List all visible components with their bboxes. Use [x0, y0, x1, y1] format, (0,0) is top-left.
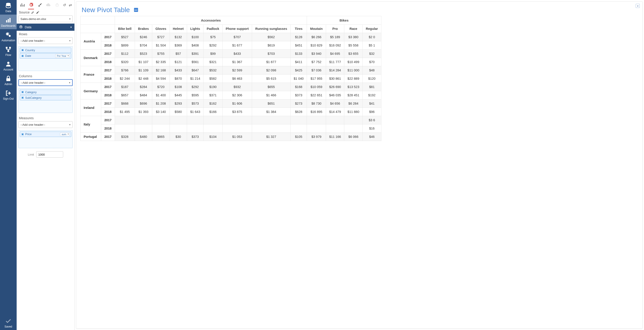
nav-signout[interactable]: Sign-Out [0, 88, 17, 102]
remove-date[interactable]: ✖ [21, 54, 24, 58]
data-cell: $121 [170, 58, 187, 66]
data-cell: $30 [170, 133, 187, 141]
edit-icon[interactable] [31, 10, 35, 14]
data-cell: $4 656 [326, 99, 344, 108]
columns-drop-area[interactable]: ✖ Category ✖ SubCategory [18, 88, 73, 113]
data-cell: $704 [135, 41, 152, 50]
data-cell: $292 [187, 83, 203, 91]
chip-price[interactable]: ✖ Price sum [20, 132, 71, 137]
nav-dashboards-label: Dashboards [1, 24, 16, 27]
col-header: Gloves [152, 25, 170, 33]
nav-dashboards[interactable]: Dashboards [0, 14, 17, 29]
data-cell: $2 098 [252, 66, 290, 75]
data-cell: $655 [252, 83, 290, 91]
data-cell: $128 [290, 33, 307, 41]
data-cell: $104 [204, 133, 222, 141]
data-cell: $30 861 [326, 75, 344, 83]
data-cell: $580 [170, 108, 187, 116]
row-year: 2018 [101, 58, 115, 66]
data-cell: $321 [204, 58, 222, 66]
data-cell: $16 092 [326, 41, 344, 50]
cloud-tab-button [44, 1, 53, 9]
chip-date[interactable]: ✖ Date Per Year [20, 53, 71, 59]
pivot-table-container[interactable]: AccessoriesBikesBike bellBrakesGlovesHel… [80, 16, 640, 326]
data-cell [290, 116, 307, 124]
data-cell: $480 [135, 133, 152, 141]
gear-icon [28, 2, 34, 7]
chip-country[interactable]: ✖ Country [20, 48, 71, 53]
chip-subcategory[interactable]: ✖ SubCategory [20, 95, 71, 100]
settings-tab-button[interactable] [27, 1, 36, 9]
rows-drop-area[interactable]: ✖ Country ✖ Date Per Year [18, 46, 73, 71]
data-cell: $573 [187, 99, 203, 108]
col-header: Bike bell [115, 25, 135, 33]
remove-category[interactable]: ✖ [21, 90, 24, 94]
measures-drop-area[interactable]: ✖ Price sum [18, 130, 73, 148]
nav-automation[interactable]: Automation [0, 29, 17, 44]
row-year: 2018 [101, 124, 115, 133]
data-cell: $445 [170, 91, 187, 99]
nav-data-label: Data [6, 10, 11, 13]
svg-point-12 [20, 26, 22, 26]
columns-add-select[interactable]: --Add one header-- [18, 79, 73, 86]
data-cell: $1 606 [222, 99, 252, 108]
data-cell: $3 979 [307, 133, 326, 141]
swap-button[interactable]: ⇄ [67, 1, 73, 9]
nav-saved[interactable]: Saved [0, 316, 17, 330]
source-label: Source [17, 9, 74, 15]
data-cell: $369 [170, 41, 187, 50]
data-cell: $1 504 [152, 41, 170, 50]
date-granularity-select[interactable]: Per Year [55, 54, 70, 58]
export-csv-button[interactable]: csv [134, 8, 138, 12]
row-year: 2017 [101, 66, 115, 75]
data-cell: $3 655 [344, 50, 362, 58]
remove-subcategory[interactable]: ✖ [21, 96, 24, 99]
limit-input[interactable] [36, 151, 63, 158]
nav-account[interactable]: Account [0, 58, 17, 73]
data-cell: $408 [187, 41, 203, 50]
config-toolbar: ↺ ⇄ [17, 0, 74, 9]
price-agg-select[interactable]: sum [60, 133, 70, 136]
svg-point-9 [7, 62, 10, 64]
nav-data[interactable]: Data [0, 0, 17, 14]
row-country: Germany [80, 83, 101, 99]
chart-icon [5, 17, 12, 23]
rows-label: Rows [17, 31, 74, 37]
database-icon [5, 2, 12, 9]
remove-price[interactable]: ✖ [21, 133, 24, 136]
table-row: 2018$320$1 107$2 335$121$561$321$1 367$1… [80, 58, 381, 66]
table-row: 2018$1 495$1 393$3 140$580$1 643$166$3 8… [80, 108, 381, 116]
pencil-icon[interactable] [36, 10, 40, 14]
data-cell: $46 [362, 133, 381, 141]
data-cell: $411 [290, 58, 307, 66]
svg-rect-10 [6, 78, 10, 81]
row-year: 2018 [101, 75, 115, 83]
data-cell: $293 [170, 99, 187, 108]
data-cell: $6 266 [307, 33, 326, 41]
svg-rect-7 [9, 47, 11, 49]
data-cell: $5 189 [326, 33, 344, 41]
source-select[interactable]: Sales-demo-en.xlsx [18, 15, 73, 22]
nav-admin[interactable]: Admin [0, 73, 17, 88]
measures-add-select[interactable]: --Add one header-- [18, 121, 73, 128]
data-cell: $112 [115, 50, 135, 58]
data-cell: $1 109 [135, 66, 152, 75]
undo-button[interactable]: ↺ [62, 1, 67, 9]
chart-tab-button[interactable] [18, 1, 27, 9]
data-cell: $320 [115, 58, 135, 66]
pivot-card: ▾ New Pivot Table csv AccessoriesBikesBi… [76, 1, 643, 329]
data-section-header[interactable]: Data [17, 23, 74, 31]
data-cell: $26 690 [326, 83, 344, 91]
data-cell: $328 [115, 133, 135, 141]
brush-tab-button[interactable] [35, 1, 44, 9]
nav-flow[interactable]: Flow [0, 44, 17, 58]
data-cell: $595 [187, 91, 203, 99]
nav-automation-label: Automation [2, 39, 15, 42]
remove-country[interactable]: ✖ [21, 48, 24, 52]
card-menu-toggle[interactable]: ▾ [636, 4, 640, 8]
data-cell: $7 036 [307, 66, 326, 75]
chip-category[interactable]: ✖ Category [20, 90, 71, 95]
data-cell: $46 035 [326, 91, 344, 99]
rows-add-select[interactable]: --Add one header-- [18, 37, 73, 44]
data-cell [252, 124, 290, 133]
